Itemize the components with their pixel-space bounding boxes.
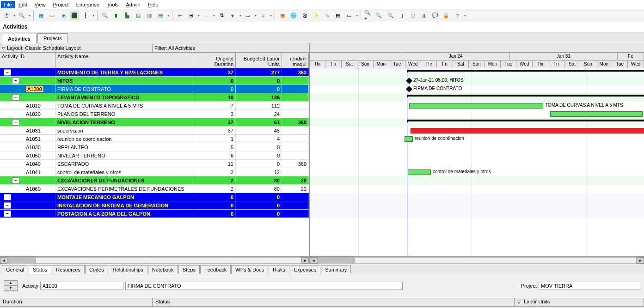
cell-name[interactable]: POSTACION A LA ZONA DEL GALPON bbox=[55, 210, 194, 217]
table-row[interactable]: A1030REPLANTEO50 bbox=[0, 143, 309, 151]
grid-icon[interactable]: ▦ bbox=[37, 11, 46, 20]
gantt-bar[interactable] bbox=[407, 120, 644, 121]
zoom-fit-icon[interactable]: 🔍 bbox=[100, 11, 110, 20]
cell-id[interactable]: − bbox=[0, 201, 55, 209]
detail-tab-summary[interactable]: Summary bbox=[321, 265, 351, 274]
gantt-bar[interactable] bbox=[407, 95, 644, 97]
cell-id[interactable]: A1050 bbox=[0, 151, 55, 159]
gantt-bar[interactable] bbox=[409, 103, 543, 109]
globe-icon[interactable]: 🌐 bbox=[289, 11, 298, 20]
collapse-icon[interactable]: − bbox=[12, 177, 19, 184]
cell-name[interactable]: FIRMA DE CONTRATO bbox=[55, 85, 194, 93]
expand-icon[interactable]: ⊞ bbox=[186, 11, 196, 20]
window-icon[interactable]: ◫ bbox=[408, 11, 417, 20]
magic-icon[interactable]: ✨ bbox=[311, 11, 320, 20]
table-body[interactable]: −MOVIMIENTO DE TIERRA Y NIVELACIONES3727… bbox=[0, 68, 309, 256]
search-icon[interactable]: 🔍 bbox=[17, 11, 26, 20]
detail-tab-resources[interactable]: Resources bbox=[52, 265, 85, 274]
cell-name[interactable]: NIVELACION TERRENO bbox=[55, 118, 194, 126]
table-row[interactable]: −EXCAVACIONES DE FUNDACIONES28020 bbox=[0, 176, 309, 185]
detail-tab-risks[interactable]: Risks bbox=[269, 265, 289, 274]
schedule-icon[interactable]: ⏱ bbox=[2, 11, 11, 20]
comment-icon[interactable]: 💬 bbox=[430, 11, 440, 20]
cell-name[interactable]: EXCAVACIONES PERIMETRALES DE FUNDACIONES bbox=[55, 185, 194, 193]
table-row[interactable]: A1000FIRMA DE CONTRATO00 bbox=[0, 85, 309, 93]
cell-name[interactable]: ESCARPADO bbox=[55, 160, 194, 168]
cell-id[interactable]: − bbox=[0, 93, 55, 101]
cell-name[interactable]: NIVELAR TERRENO bbox=[55, 151, 194, 159]
table-row[interactable]: A1050NIVELAR TERRENO60 bbox=[0, 151, 309, 160]
h-scrollbar-right[interactable]: ◂ ▸ bbox=[310, 256, 644, 264]
table-row[interactable]: −POSTACION A LA ZONA DEL GALPON00 bbox=[0, 210, 309, 218]
gantt-chart[interactable]: 27-Jan-21 08:00, HITOSFIRMA DE CONTRATO0… bbox=[310, 68, 644, 256]
split-icon[interactable]: ▯▯ bbox=[419, 11, 429, 20]
cell-id[interactable]: − bbox=[0, 176, 55, 184]
lock-icon[interactable]: 🔒 bbox=[442, 11, 451, 20]
menu-view[interactable]: View bbox=[31, 1, 49, 8]
menu-enterprise[interactable]: Enterprise bbox=[73, 1, 103, 8]
cell-id[interactable]: A1041 bbox=[0, 168, 55, 176]
collapse-icon[interactable]: − bbox=[12, 78, 19, 84]
detail-tab-general[interactable]: General bbox=[2, 265, 28, 274]
col-labor[interactable]: Budgeted Labor Units bbox=[236, 53, 282, 68]
collapse-icon[interactable]: − bbox=[4, 202, 11, 209]
activity-name-input[interactable] bbox=[125, 282, 403, 290]
collapse-icon[interactable]: − bbox=[12, 119, 19, 126]
chart-stack-icon[interactable]: ▥ bbox=[145, 11, 154, 20]
cell-name[interactable]: INSTALACION DE SISTEMA DE GENERACION bbox=[55, 201, 194, 209]
gantt-bar[interactable] bbox=[411, 128, 644, 133]
table-row[interactable]: A1051reunion de coordinacion14 bbox=[0, 135, 309, 143]
table-row[interactable]: A1010TOMA DE CURVAS A NIVEL A 5 MTS7112 bbox=[0, 102, 309, 110]
cell-id[interactable]: − bbox=[0, 210, 55, 217]
table-row[interactable]: A1020PLANOS DEL TERRENO324 bbox=[0, 110, 309, 118]
dep-icon[interactable]: ↘ bbox=[322, 11, 331, 20]
zoom-page-icon[interactable]: 🔍 bbox=[386, 11, 395, 20]
cell-id[interactable]: − bbox=[0, 193, 55, 201]
detail-tab-codes[interactable]: Codes bbox=[85, 265, 108, 274]
col-activity-name[interactable]: Activity Name bbox=[55, 53, 194, 68]
cell-id[interactable]: A1030 bbox=[0, 143, 55, 151]
scroll-right-icon[interactable]: ▸ bbox=[637, 257, 644, 264]
cell-id[interactable]: A1060 bbox=[0, 185, 55, 193]
gantt-bar[interactable] bbox=[407, 70, 644, 72]
collapse-icon[interactable]: − bbox=[4, 194, 11, 200]
table-row[interactable]: −NIVELACION TERRENO3761360 bbox=[0, 118, 309, 127]
hash-icon[interactable]: # bbox=[258, 11, 268, 20]
table-row[interactable]: A1041control de materiales y otros212 bbox=[0, 168, 309, 176]
cell-name[interactable]: reunion de coordinacion bbox=[55, 135, 194, 143]
tab-projects[interactable]: Projects bbox=[37, 33, 68, 43]
zoom-in-icon[interactable]: 🔍+ bbox=[364, 11, 373, 20]
cell-id[interactable]: A1040 bbox=[0, 160, 55, 168]
tree-icon[interactable]: ⊞ bbox=[59, 11, 68, 20]
cell-name[interactable]: control de materiales y otros bbox=[55, 168, 194, 176]
cell-id[interactable]: − bbox=[0, 68, 55, 76]
table-row[interactable]: A1031supervision3745 bbox=[0, 127, 309, 135]
zoom-out-icon[interactable]: 🔍- bbox=[375, 11, 384, 20]
table-row[interactable]: −MOVIMIENTO DE TIERRA Y NIVELACIONES3727… bbox=[0, 68, 309, 77]
cell-id[interactable]: − bbox=[0, 118, 55, 126]
activity-id-input[interactable] bbox=[40, 282, 123, 290]
table-row[interactable]: A1060EXCAVACIONES PERIMETRALES DE FUNDAC… bbox=[0, 185, 309, 193]
cell-name[interactable]: LEVANTAMIENTO TOPOGRAFICO bbox=[55, 93, 194, 101]
layout-icon[interactable]: ⬛ bbox=[70, 11, 79, 20]
cell-name[interactable]: TOMA DE CURVAS A NIVEL A 5 MTS bbox=[55, 102, 194, 109]
table-row[interactable]: −MONTAJE MECANICO GALPON00 bbox=[0, 193, 309, 201]
table-row[interactable]: A1040ESCARPADO110360 bbox=[0, 160, 309, 168]
chart-line-icon[interactable]: ▨ bbox=[134, 11, 143, 20]
cell-id[interactable]: A1031 bbox=[0, 127, 55, 134]
menu-admin[interactable]: Admin bbox=[122, 1, 144, 8]
chain-icon[interactable]: ⛓ bbox=[300, 11, 309, 20]
h-scrollbar-left[interactable]: ◂ ▸ bbox=[0, 256, 309, 264]
cell-id[interactable]: A1051 bbox=[0, 135, 55, 143]
table-icon[interactable]: ▦ bbox=[278, 11, 287, 20]
col-activity-id[interactable]: Activity ID bbox=[0, 53, 55, 68]
collapse-icon[interactable]: − bbox=[4, 211, 11, 217]
detail-tab-expenses[interactable]: Expenses bbox=[290, 265, 320, 274]
layout-selector[interactable]: ▽Layout: Classic Schedule Layout bbox=[0, 44, 153, 52]
help-icon[interactable]: ? bbox=[453, 11, 462, 20]
tab-activities[interactable]: Activities bbox=[2, 34, 37, 43]
cell-id[interactable]: A1000 bbox=[0, 85, 55, 93]
indent-icon[interactable]: ≡ bbox=[202, 11, 211, 20]
marks-icon[interactable]: ┇ bbox=[81, 11, 90, 20]
col-rendimi[interactable]: rendimi maqui bbox=[282, 53, 309, 68]
